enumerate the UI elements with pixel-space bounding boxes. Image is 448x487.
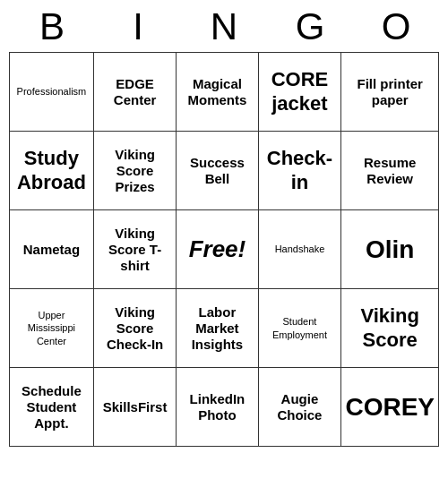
bingo-cell-1-3: Check-in: [258, 132, 341, 210]
bingo-cell-0-3: CORE jacket: [258, 53, 341, 132]
bingo-cell-0-0: Professionalism: [10, 53, 94, 132]
letter-i: I: [102, 5, 174, 48]
bingo-cell-0-1: EDGE Center: [93, 53, 177, 132]
bingo-cell-0-2: Magical Moments: [177, 53, 258, 132]
bingo-cell-3-4: Viking Score: [341, 289, 439, 368]
bingo-cell-3-2: Labor Market Insights: [177, 289, 258, 368]
letter-o: O: [360, 5, 432, 48]
bingo-cell-2-3: Handshake: [258, 210, 341, 289]
bingo-cell-3-0: Upper Mississippi Center: [10, 289, 94, 368]
letter-n: N: [188, 5, 260, 48]
bingo-cell-1-1: Viking Score Prizes: [93, 132, 177, 210]
bingo-cell-2-0: Nametag: [10, 210, 94, 289]
bingo-cell-1-2: Success Bell: [177, 132, 258, 210]
bingo-cell-4-1: SkillsFirst: [93, 368, 177, 447]
bingo-cell-2-1: Viking Score T-shirt: [93, 210, 177, 289]
bingo-cell-4-2: LinkedIn Photo: [177, 368, 258, 447]
bingo-cell-1-0: Study Abroad: [10, 132, 94, 210]
bingo-grid: ProfessionalismEDGE CenterMagical Moment…: [9, 52, 439, 447]
bingo-cell-2-4: Olin: [341, 210, 439, 289]
bingo-cell-3-1: Viking Score Check-In: [93, 289, 177, 368]
bingo-cell-4-3: Augie Choice: [258, 368, 341, 447]
bingo-cell-2-2: Free!: [177, 210, 258, 289]
bingo-cell-1-4: Resume Review: [341, 132, 439, 210]
bingo-cell-4-4: COREY: [341, 368, 439, 447]
bingo-cell-4-0: Schedule Student Appt.: [10, 368, 94, 447]
letter-g: G: [274, 5, 346, 48]
bingo-cell-3-3: Student Employment: [258, 289, 341, 368]
bingo-cell-0-4: Fill printer paper: [341, 53, 439, 132]
bingo-title: B I N G O: [9, 0, 439, 52]
letter-b: B: [16, 5, 88, 48]
